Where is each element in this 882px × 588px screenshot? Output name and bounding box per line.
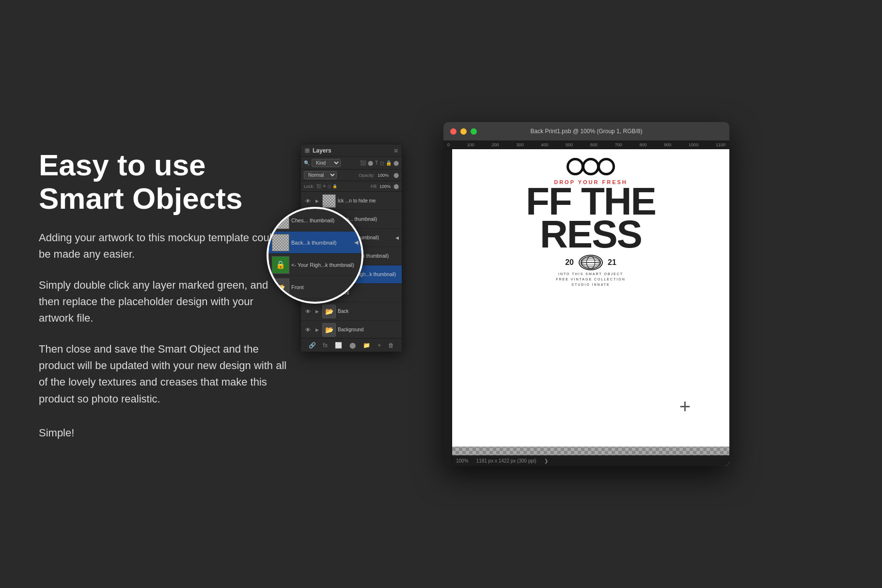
paragraph-4: Simple! [39,427,291,439]
heading-line1: Easy to use Smart Objects [39,149,291,215]
mag-layer-2: Back...k thumbnail) ◀ [269,232,361,254]
canvas-design: DROP YOUR FRESH FF THE RESS 20 [452,149,729,447]
lock-position-icon[interactable]: ✛ [323,184,326,188]
minimize-button[interactable] [460,128,467,135]
layers-titlebar: × Layers ≡ [301,144,402,157]
mag-layer-4: 📂 Front [269,276,361,298]
layer-8-expand[interactable]: ▶ [314,326,320,333]
main-heading: Easy to use Smart Objects [39,149,291,215]
paragraph-1: Adding your artwork to this mockup templ… [39,230,291,263]
design-globe-row: 20 21 [565,255,616,270]
layer-filter-icons: ⬛ ⬤ T ◻ 🔒 ⬤ [360,160,399,166]
layer-3-arrow: ◀ [395,235,399,240]
canvas-crosshair: + [679,396,691,418]
layer-1-thumb-content [323,195,335,207]
layers-panel-title: Layers [313,147,331,154]
filter-shape-icon[interactable]: ◻ [380,160,384,166]
layer-item-7[interactable]: 👁 ▶ 📂 Back [301,302,402,321]
delete-layer-button[interactable]: 🗑 [386,341,396,350]
adjustment-button[interactable]: ⬤ [347,341,358,350]
layer-1-thumbnail [322,194,336,208]
zoom-level: 100% [456,458,469,464]
filter-type-icon[interactable]: T [375,160,378,166]
mag-thumb-1 [272,212,289,229]
studio-text: STUDIO INNATE [571,283,610,286]
page-container: Easy to use Smart Objects Adding your ar… [0,0,882,588]
globe-svg [580,256,602,269]
layers-search-row: 🔍 Kind ⬛ ⬤ T ◻ 🔒 ⬤ [301,157,402,170]
kind-dropdown[interactable]: Kind [312,159,341,167]
lock-label: Lock: [304,184,315,189]
folder-button[interactable]: 📁 [361,341,372,350]
blend-mode-dropdown[interactable]: Normal [304,171,337,179]
opacity-value: 100% [378,173,389,178]
filter-adjust-icon[interactable]: ⬤ [368,160,373,166]
layer-1-expand[interactable]: ▶ [314,198,320,204]
link-layers-button[interactable]: 🔗 [307,341,318,350]
status-arrow: ❯ [544,458,548,464]
filter-smart-icon[interactable]: 🔒 [386,160,392,166]
mag-thumb-3-content: 🔒 [272,257,289,273]
smart-object-text: INTO THIS SMART OBJECT [558,272,623,276]
layers-menu-icon[interactable]: ≡ [394,147,398,155]
layer-fx-button[interactable]: fx [321,341,330,350]
layer-8-thumbnail: 📂 [322,323,336,337]
mag-layer-1-name: Ches... thumbnail) [291,217,358,223]
maximize-button[interactable] [471,128,477,135]
ps-left-ruler [443,149,452,466]
window-title: Back Print1.psb @ 100% (Group 1, RGB/8) [531,128,643,135]
lock-artboard-icon[interactable]: ◻ [328,184,331,188]
layer-1-name: lck ...n to hide me [338,198,399,203]
magnify-circle: Ches... thumbnail) Back...k thumbnail) ◀… [267,207,363,304]
ruler-numbers: 0 100 200 300 400 500 600 700 800 900 10… [447,142,725,147]
fill-label: Fill: [371,184,378,189]
layer-8-visibility[interactable]: 👁 [304,326,312,334]
mag-arrow-2: ◀ [354,239,358,246]
sub-text: FREE VINTAGE COLLECTION [556,278,626,281]
ruler-top: 0 100 200 300 400 500 600 700 800 900 10… [443,140,729,149]
layers-close-button[interactable]: × [305,148,310,153]
search-icon: 🔍 [304,160,310,166]
logo-ring-2 [582,158,599,175]
ps-canvas-area[interactable]: DROP YOUR FRESH FF THE RESS 20 [452,149,729,466]
layer-7-expand[interactable]: ▶ [314,308,320,315]
new-layer-button[interactable]: + [376,341,383,350]
mag-layer-3: 🔒 <- Your Righ...k thumbnail) [269,254,361,276]
ps-content: DROP YOUR FRESH FF THE RESS 20 [443,149,729,466]
mag-layer-1: Ches... thumbnail) [269,209,361,232]
filter-dot[interactable]: ⬤ [394,160,399,166]
layer-7-thumb-content: 📂 [323,305,335,318]
layer-7-visibility[interactable]: 👁 [304,308,312,315]
globe-icon [579,255,603,270]
layers-title-left: × Layers [305,147,331,154]
heading-text-2: Smart Objects [39,182,242,215]
lock-all-icon[interactable]: 🔒 [332,184,337,188]
filter-pixel-icon[interactable]: ⬛ [360,160,366,166]
year-left: 20 [565,258,574,267]
opacity-toggle-icon[interactable]: ⬤ [394,172,399,178]
fill-value: 100% [379,184,391,189]
lock-icons: ⬛ ✛ ◻ 🔒 [316,184,337,188]
mag-layer-2-name: Back...k thumbnail) [291,240,352,246]
mag-thumb-2-content [272,234,289,251]
mag-layer-4-name: Front [291,284,358,290]
lock-fill-row: Lock: ⬛ ✛ ◻ 🔒 Fill: 100% ⬤ [301,181,402,192]
year-right: 21 [608,258,616,267]
layer-item-8[interactable]: 👁 ▶ 📂 Background [301,321,402,338]
layers-toolbar: 🔗 fx ⬜ ⬤ 📁 + 🗑 [301,338,402,352]
layer-1-visibility[interactable]: 👁 [304,197,312,205]
fill-toggle-icon[interactable]: ⬤ [394,184,399,189]
magnify-layers-view: Ches... thumbnail) Back...k thumbnail) ◀… [269,209,361,301]
logo-ring-3 [598,158,615,175]
mag-thumb-3: 🔒 [272,256,289,274]
ps-titlebar: Back Print1.psb @ 100% (Group 1, RGB/8) [443,122,729,140]
mag-thumb-4-content: 📂 [272,279,289,295]
close-button[interactable] [450,128,457,135]
lock-pixels-icon[interactable]: ⬛ [316,184,321,188]
heading-text-1: Easy to use [39,148,206,182]
ps-statusbar: 100% 1181 px x 1422 px (300 ppi) ❯ [452,455,729,466]
layer-8-thumb-content: 📂 [323,324,335,336]
canvas-background: DROP YOUR FRESH FF THE RESS 20 [452,149,729,466]
layer-8-name: Background [338,327,399,332]
add-mask-button[interactable]: ⬜ [333,341,344,350]
